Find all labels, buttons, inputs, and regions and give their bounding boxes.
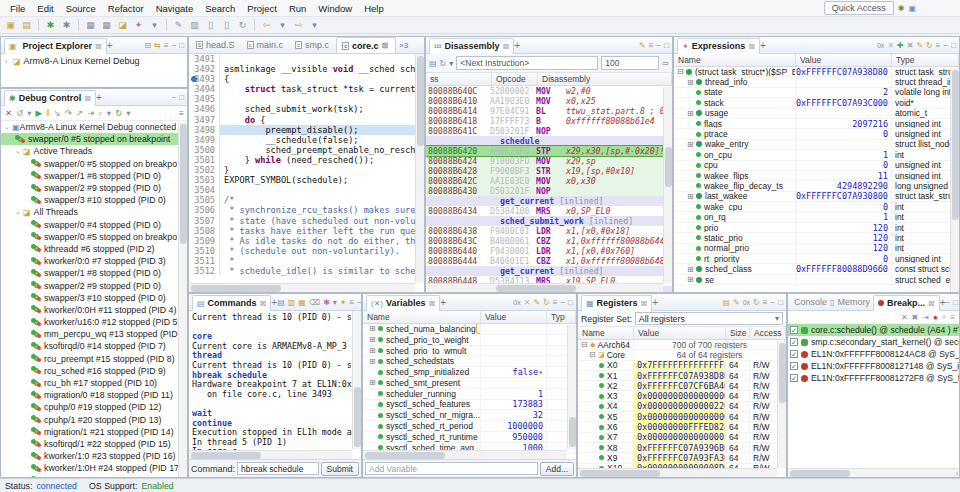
- thread-group-row[interactable]: ⌄◪Active Threads: [1, 145, 187, 157]
- breakpoint-row[interactable]: ✓EL1N:0xFFFFFF80081272F8 @ SyS_finit_mod…: [788, 372, 959, 384]
- minimize-icon[interactable]: −: [770, 298, 775, 307]
- registers-vscroll[interactable]: [779, 343, 786, 403]
- expression-row[interactable]: flags2097216unsigned int: [674, 119, 959, 129]
- menu-edit[interactable]: Edit: [31, 1, 59, 16]
- register-row[interactable]: X30x000000000000000064R/W: [578, 391, 786, 401]
- code-line[interactable]: 3498 preempt_disable();: [189, 125, 424, 135]
- linked-icon[interactable]: ✦: [340, 298, 347, 307]
- pin-icon[interactable]: ✎: [916, 41, 923, 50]
- view-menu-icon[interactable]: ≡: [164, 41, 169, 50]
- thread-group-row[interactable]: ⌄◪All Threads: [1, 206, 187, 218]
- col-size[interactable]: Size: [726, 327, 750, 339]
- expression-row[interactable]: ⊞thread_infostruct thread_info: [674, 77, 959, 87]
- remove-breakpoint-icon[interactable]: ✕: [901, 313, 908, 322]
- disassembly-row[interactable]: 80088B6428F9000BF3STRx19,[sp,#0x10]: [426, 166, 672, 176]
- thread-row[interactable]: swapper/0 #5 stopped on breakpo: [1, 231, 187, 243]
- view-menu-icon[interactable]: ≡: [350, 298, 355, 307]
- goto-file-icon[interactable]: ⇥: [922, 313, 929, 322]
- register-group-row[interactable]: ⊟◪Core64 of 64 registers: [578, 350, 786, 360]
- register-row[interactable]: X10xFFFFFFC07A938D8064R/W: [578, 371, 786, 381]
- code-line[interactable]: 3509 * As idle tasks do not do either, t…: [189, 236, 424, 246]
- disassembly-row[interactable]: 80088B6440F9430001LDRx1,[x0,#0x760]: [426, 246, 672, 256]
- maximize-icon[interactable]: □: [951, 41, 956, 50]
- menu-help[interactable]: Help: [358, 1, 390, 16]
- refresh-icon[interactable]: ↻: [753, 298, 760, 307]
- breakpoint-checkbox[interactable]: ✓: [790, 326, 798, 334]
- col-disassembly[interactable]: Disassembly: [538, 73, 672, 85]
- variable-row[interactable]: ⊞sched_numa_balancing1 More ◆: [363, 324, 576, 335]
- col-address[interactable]: ss: [426, 73, 492, 85]
- suspend-icon[interactable]: ▯: [203, 18, 218, 32]
- disassembly-label-row[interactable]: schedule: [426, 136, 672, 146]
- open-connection-icon[interactable]: ▣: [3, 18, 18, 32]
- register-row[interactable]: X90xFFFFFFC07A93FA3064R/W: [578, 453, 786, 463]
- expressions-vscroll[interactable]: [952, 70, 959, 220]
- disassembly-row[interactable]: 80088B6420A9BE7BFDSTPx29,x30,[sp,#-0x20]…: [426, 146, 672, 156]
- thread-row[interactable]: swapper/3 #10 stopped (PID 0): [1, 194, 187, 206]
- expression-row[interactable]: ⊞last_wakee0xFFFFFFC07A930800struct task…: [674, 192, 959, 202]
- code-line[interactable]: 3508 * tasks have either left the run qu…: [189, 226, 424, 236]
- thread-row[interactable]: rcu_preempt #15 stopped (PID 8): [1, 353, 187, 365]
- tab-debug-control[interactable]: ✱ Debug Control ⊠: [4, 90, 96, 106]
- breakpoint-marker-icon[interactable]: [191, 76, 197, 82]
- view-menu-icon[interactable]: ≡: [936, 41, 941, 50]
- hex-toggle-icon[interactable]: 0x: [877, 42, 884, 49]
- register-row[interactable]: X50x000000000000000064R/W: [578, 412, 786, 422]
- disassembly-row[interactable]: 80088B6434D5384100MRSx0,SP_EL0: [426, 206, 672, 216]
- code-editor[interactable]: 34913492asmlinkage __visible void __sche…: [189, 54, 424, 276]
- col-type[interactable]: Typ: [547, 311, 576, 323]
- step-filter-icon[interactable]: ▥: [187, 18, 202, 32]
- maximize-icon[interactable]: □: [778, 298, 783, 307]
- menu-refactor[interactable]: Refactor: [102, 1, 150, 16]
- expression-row[interactable]: cpu0unsigned int: [674, 161, 959, 171]
- col-name[interactable]: Name: [363, 311, 481, 323]
- step-out-icon[interactable]: ↗: [76, 108, 83, 118]
- editor-tab-head-S[interactable]: Shead.S: [191, 37, 242, 53]
- refresh-icon[interactable]: ↻: [115, 108, 122, 118]
- scroll-lock-icon[interactable]: ▦: [298, 298, 306, 307]
- disassembly-row[interactable]: 80088B6410AA1903E0MOVx0,x25: [426, 96, 672, 106]
- disassembly-label-row[interactable]: get_current [inlined]: [426, 266, 672, 276]
- disassembly-row[interactable]: 80088B6438F9400C01LDRx1,[x0,#0x18]: [426, 226, 672, 236]
- new-breakpoint-icon[interactable]: ●: [933, 313, 938, 322]
- close-icon[interactable]: ⊠: [748, 42, 755, 51]
- code-line[interactable]: 3512 * schedule_idle() is similar to sch…: [189, 266, 424, 276]
- maximize-icon[interactable]: □: [953, 298, 958, 307]
- variable-row[interactable]: ⊞sched_schedstats: [363, 356, 576, 367]
- thread-row[interactable]: kworker/0:0 #7 stopped (PID 3): [1, 255, 187, 267]
- disassembly-row[interactable]: 80088B640C52800002MOVw2,#0: [426, 86, 672, 96]
- code-line[interactable]: 3503EXPORT_SYMBOL(schedule);: [189, 175, 424, 185]
- expression-row[interactable]: on_rq1int: [674, 212, 959, 222]
- code-line[interactable]: 3492asmlinkage __visible void __sched sc…: [189, 64, 424, 74]
- forward-dropdown-icon[interactable]: ▾: [307, 18, 322, 32]
- view-menu-icon[interactable]: ≡: [179, 108, 184, 118]
- pencil-icon[interactable]: ✎: [171, 18, 186, 32]
- new-view-tab-icon[interactable]: +: [440, 297, 446, 308]
- tab-project-explorer[interactable]: ▣ Project Explorer ⊠: [4, 38, 107, 54]
- variable-row[interactable]: scheduler_running1: [363, 389, 576, 400]
- code-line[interactable]: 3506 * synchronize_rcu_tasks() makes sur…: [189, 205, 424, 215]
- perspective-cpp-icon[interactable]: ▣: [908, 4, 916, 13]
- save-icon[interactable]: ▦: [83, 18, 98, 32]
- variable-row[interactable]: sysctl_sched_features173883: [363, 400, 576, 411]
- minimize-icon[interactable]: −: [171, 41, 176, 50]
- pin-icon[interactable]: ✎: [733, 298, 740, 307]
- register-row[interactable]: X80xFFFFFFC07A9396B064R/W: [578, 443, 786, 453]
- clear-icon[interactable]: ⌫: [309, 298, 320, 307]
- new-view-tab-icon[interactable]: +: [760, 40, 766, 51]
- variables-vscroll[interactable]: [569, 417, 576, 447]
- col-value[interactable]: Value: [481, 311, 547, 323]
- code-line[interactable]: 3505/*: [189, 195, 424, 205]
- continue-icon[interactable]: ▶: [36, 108, 43, 118]
- thread-row[interactable]: cpuhp/1 #20 stopped (PID 13): [1, 414, 187, 426]
- minimize-icon[interactable]: −: [943, 41, 948, 50]
- expression-row[interactable]: stack0xFFFFFFC07A93C000void*: [674, 98, 959, 108]
- code-line[interactable]: 3511 *: [189, 256, 424, 266]
- forward-icon[interactable]: ⇨: [291, 18, 306, 32]
- link-editor-icon[interactable]: ⇆: [154, 41, 161, 50]
- tab-breakpoints[interactable]: Breakp... ⊠: [873, 295, 940, 311]
- disassembly-row[interactable]: 80088B6424910003FDMOVx29,sp: [426, 156, 672, 166]
- add-variable-button[interactable]: Add...: [540, 462, 574, 476]
- commands-hscroll[interactable]: [191, 452, 261, 459]
- wand-icon[interactable]: ✦: [131, 18, 146, 32]
